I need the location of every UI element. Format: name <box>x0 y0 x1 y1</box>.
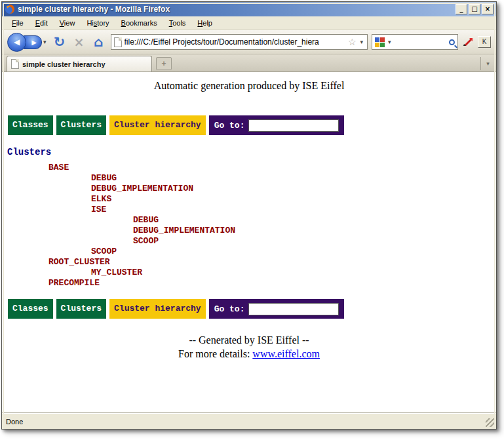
tree-item-precompile[interactable]: PRECOMPILE <box>2 278 496 289</box>
tree-item-debug-implementation[interactable]: DEBUG_IMPLEMENTATION <box>2 184 496 194</box>
search-box[interactable]: ▾ <box>372 34 458 50</box>
menu-view[interactable]: View <box>54 18 81 28</box>
menu-history[interactable]: History <box>81 18 115 28</box>
page-footer: -- Generated by ISE Eiffel -- For more d… <box>2 333 496 361</box>
menu-file[interactable]: File <box>6 18 29 28</box>
page-content: Automatic generation produced by ISE Eif… <box>2 72 496 413</box>
classes-button[interactable]: Classes <box>8 115 53 135</box>
forward-icon: ▶ <box>31 39 37 46</box>
clusters-heading: Clusters <box>7 147 496 157</box>
stop-button[interactable]: × <box>71 35 87 49</box>
goto-label-bottom: Go to: <box>214 304 245 314</box>
home-button[interactable]: ⌂ <box>91 34 107 50</box>
tree-item-root-cluster[interactable]: ROOT_CLUSTER <box>2 257 496 268</box>
history-dropdown-icon[interactable]: ▾ <box>42 39 48 45</box>
search-engine-dropdown-icon[interactable]: ▾ <box>387 39 393 45</box>
cluster-hierarchy-button[interactable]: Cluster hierarchy <box>109 115 206 135</box>
tree-item-debug[interactable]: DEBUG <box>2 173 496 184</box>
browser-window: simple cluster hierarchy - Mozilla Firef… <box>1 1 497 430</box>
menu-tools[interactable]: Tools <box>163 18 192 28</box>
urlbar-dropdown-icon[interactable]: ▾ <box>359 39 364 45</box>
tab-label: simple cluster hierarchy <box>22 60 106 68</box>
goto-input[interactable] <box>248 119 339 132</box>
firefox-icon <box>5 4 15 14</box>
back-icon: ◀ <box>14 37 20 47</box>
generation-note: Automatic generation produced by ISE Eif… <box>2 80 496 92</box>
forward-button[interactable]: ▶ <box>24 35 42 49</box>
page-nav-row-bottom: Classes Clusters Cluster hierarchy Go to… <box>8 299 496 319</box>
new-tab-button[interactable]: + <box>156 57 172 70</box>
kaspersky-keyboard-button[interactable]: K <box>478 36 491 48</box>
tree-item-debug-2[interactable]: DEBUG <box>2 215 496 226</box>
tree-item-scoop[interactable]: SCOOP <box>2 236 496 247</box>
classes-button-bottom[interactable]: Classes <box>8 299 53 319</box>
bookmark-star-icon[interactable]: ☆ <box>348 37 357 47</box>
close-button[interactable]: × <box>482 4 494 14</box>
tree-item-ise[interactable]: ISE <box>2 205 496 215</box>
goto-box: Go to: <box>209 115 345 135</box>
cluster-tree: BASE DEBUG DEBUG_IMPLEMENTATION ELKS ISE… <box>2 163 496 289</box>
kaspersky-advisor-icon[interactable] <box>462 37 474 47</box>
menu-bar: File Edit View History Bookmarks Tools H… <box>2 16 496 30</box>
url-input[interactable] <box>125 37 345 47</box>
eiffel-link[interactable]: www.eiffel.com <box>252 348 320 359</box>
window-title: simple cluster hierarchy - Mozilla Firef… <box>18 5 453 14</box>
tab-favicon <box>11 59 19 69</box>
tree-item-debug-implementation-2[interactable]: DEBUG_IMPLEMENTATION <box>2 226 496 236</box>
url-bar[interactable]: ☆ ▾ <box>111 34 368 50</box>
search-input[interactable] <box>395 37 447 47</box>
status-text: Done <box>6 418 23 426</box>
reload-button[interactable]: ↻ <box>52 34 68 50</box>
tab-list-dropdown-icon[interactable]: ▾ <box>480 57 495 70</box>
menu-edit[interactable]: Edit <box>29 18 54 28</box>
details-prefix-text: For more details: <box>178 348 252 359</box>
tree-item-elks[interactable]: ELKS <box>2 194 496 205</box>
back-button[interactable]: ◀ <box>7 33 26 52</box>
tree-item-base[interactable]: BASE <box>2 163 496 173</box>
google-engine-icon <box>375 37 385 47</box>
tab-bar: simple cluster hierarchy + ▾ <box>2 54 496 72</box>
maximize-button[interactable]: □ <box>469 4 480 14</box>
generated-by-text: -- Generated by ISE Eiffel -- <box>2 333 496 347</box>
tree-item-scoop-2[interactable]: SCOOP <box>2 247 496 257</box>
minimize-button[interactable]: _ <box>456 4 467 14</box>
clusters-button[interactable]: Clusters <box>56 115 106 135</box>
page-favicon <box>114 37 122 47</box>
title-bar: simple cluster hierarchy - Mozilla Firef… <box>2 2 496 16</box>
tab-simple-cluster-hierarchy[interactable]: simple cluster hierarchy <box>7 56 152 71</box>
page-nav-row-top: Classes Clusters Cluster hierarchy Go to… <box>8 115 496 135</box>
resize-grip-icon[interactable] <box>486 418 495 428</box>
goto-label: Go to: <box>214 121 245 130</box>
clusters-button-bottom[interactable]: Clusters <box>56 299 106 319</box>
menu-bookmarks[interactable]: Bookmarks <box>115 18 163 28</box>
status-bar: Done <box>2 413 496 429</box>
tree-item-my-cluster[interactable]: MY_CLUSTER <box>2 268 496 278</box>
goto-input-bottom[interactable] <box>248 303 339 315</box>
cluster-hierarchy-button-bottom[interactable]: Cluster hierarchy <box>109 299 206 319</box>
navigation-toolbar: ◀ ▶ ▾ ↻ × ⌂ ☆ ▾ ▾ K <box>2 30 496 54</box>
goto-box-bottom: Go to: <box>209 299 345 319</box>
search-magnifier-icon[interactable] <box>449 39 455 45</box>
menu-help[interactable]: Help <box>191 18 218 28</box>
